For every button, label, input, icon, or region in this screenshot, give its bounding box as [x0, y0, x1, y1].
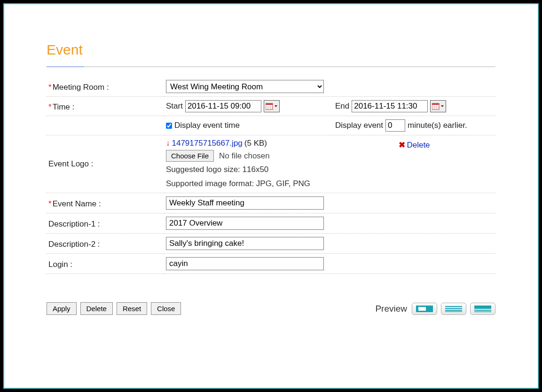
display-event-time-checkbox[interactable] [166, 123, 172, 129]
delete-x-icon: ✖ [399, 141, 405, 149]
svg-rect-16 [445, 310, 462, 311]
layout-split-icon [474, 306, 491, 312]
description-1-label: Description-1 : [48, 220, 100, 228]
logo-size-hint: Suggested logo size: 116x50 [166, 164, 331, 176]
meeting-room-select[interactable]: West Wing Meeting Room [166, 80, 324, 93]
delete-logo-link[interactable]: ✖Delete [399, 141, 430, 149]
delete-button[interactable]: Delete [80, 302, 113, 315]
time-label: Time : [53, 102, 75, 111]
minutes-earlier-label: minute(s) earlier. [408, 121, 467, 130]
start-label: Start [166, 102, 183, 111]
apply-button[interactable]: Apply [47, 302, 77, 315]
choose-file-button[interactable]: Choose File [166, 150, 214, 162]
meeting-room-label: Meeting Room : [53, 83, 109, 92]
svg-rect-18 [474, 306, 491, 309]
required-marker: * [48, 199, 52, 208]
login-label: Login : [48, 260, 72, 269]
end-calendar-button[interactable] [430, 100, 446, 112]
svg-rect-19 [474, 310, 491, 311]
end-time-input[interactable] [352, 100, 428, 112]
preview-label: Preview [375, 304, 407, 314]
start-calendar-button[interactable] [264, 100, 280, 112]
logo-format-hint: Supported image format: JPG, GIF, PNG [166, 178, 331, 190]
page-title: Event [47, 42, 495, 58]
layout-full-icon [416, 306, 433, 312]
event-logo-label: Event Logo : [48, 159, 93, 168]
display-event-time-label: Display event time [174, 121, 240, 130]
delete-logo-label: Delete [407, 141, 430, 149]
calendar-icon [266, 102, 274, 110]
end-label: End [335, 102, 349, 111]
preview-layout-1-button[interactable] [412, 303, 437, 315]
required-marker: * [48, 83, 52, 92]
event-form: *Meeting Room : West Wing Meeting Room *… [47, 77, 495, 274]
display-event-label: Display event [335, 121, 383, 130]
svg-rect-14 [445, 306, 462, 307]
event-name-label: Event Name : [53, 199, 101, 208]
svg-rect-13 [418, 307, 426, 311]
minutes-earlier-input[interactable] [385, 119, 405, 132]
reset-button[interactable]: Reset [117, 302, 147, 315]
title-divider [47, 66, 495, 67]
chevron-down-icon [440, 102, 444, 110]
footer-bar: Apply Delete Reset Close Preview [47, 302, 495, 315]
description-2-input[interactable] [166, 237, 324, 250]
description-1-input[interactable] [166, 217, 324, 230]
chevron-down-icon [274, 102, 278, 110]
svg-rect-15 [445, 308, 462, 309]
svg-rect-20 [474, 311, 491, 312]
start-time-input[interactable] [185, 100, 261, 112]
close-button[interactable]: Close [151, 302, 181, 315]
description-2-label: Description-2 : [48, 240, 100, 249]
logo-download-link[interactable]: 1479175715667.jpg [172, 139, 243, 148]
login-input[interactable] [166, 257, 324, 270]
svg-rect-17 [445, 311, 462, 312]
download-icon: ↓ [166, 139, 170, 148]
calendar-icon [432, 102, 440, 110]
preview-layout-2-button[interactable] [441, 303, 466, 315]
required-marker: * [48, 102, 52, 111]
file-chosen-status: No file chosen [219, 151, 270, 161]
event-name-input[interactable] [166, 196, 324, 210]
svg-rect-1 [266, 103, 273, 105]
logo-file-size: (5 KB) [244, 139, 267, 148]
event-form-frame: Event *Meeting Room : West Wing Meeting … [3, 3, 539, 389]
layout-lines-icon [445, 306, 462, 312]
preview-layout-3-button[interactable] [470, 303, 495, 315]
svg-rect-7 [432, 103, 439, 105]
